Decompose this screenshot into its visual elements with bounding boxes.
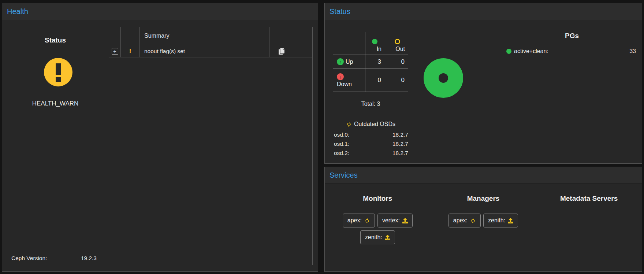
refresh-icon bbox=[470, 218, 476, 223]
summary-header-expand-cell bbox=[109, 27, 121, 45]
status-panel: Status In Out Up 3 0 Down 0 0 Total: 3 O… bbox=[324, 3, 642, 164]
pgs-heading: PGs bbox=[544, 32, 599, 40]
summary-header-severity-cell bbox=[121, 27, 140, 45]
action-cell bbox=[269, 45, 312, 57]
upload-icon bbox=[402, 218, 408, 223]
service-badge-label: vertex: bbox=[382, 217, 400, 224]
service-badge-label: apex: bbox=[453, 217, 468, 224]
osd-status-table: In Out Up 3 0 Down 0 0 bbox=[333, 32, 408, 92]
osd-down-in-value: 0 bbox=[365, 69, 385, 92]
osd-total: Total: 3 bbox=[333, 101, 408, 107]
summary-table-header-row: Summary bbox=[109, 27, 312, 45]
outdated-osds-label: Outdated OSDs bbox=[354, 121, 395, 127]
health-warn-icon bbox=[44, 58, 72, 86]
service-badge-monitor-vertex[interactable]: vertex: bbox=[377, 214, 413, 227]
services-panel-title: Services bbox=[330, 171, 358, 179]
services-panel-header: Services bbox=[325, 167, 642, 184]
health-status-value: HEALTH_WARN bbox=[2, 100, 108, 107]
outdated-osds-list: osd.0: 18.2.7 osd.1: 18.2.7 osd.2: 18.2.… bbox=[334, 132, 408, 156]
expand-cell bbox=[109, 45, 121, 57]
osd-list-item: osd.0: 18.2.7 bbox=[334, 132, 408, 138]
service-badge-monitor-zenith[interactable]: zenith: bbox=[360, 230, 395, 244]
osd-version: 18.2.7 bbox=[392, 150, 408, 156]
pgs-legend-value: 33 bbox=[629, 48, 636, 55]
osd-up-label-cell: Up bbox=[333, 55, 365, 69]
ceph-version-label: Ceph Version: bbox=[11, 255, 47, 262]
health-panel-header: Health bbox=[2, 3, 318, 20]
osd-out-header: Out bbox=[395, 46, 405, 52]
metadata-servers-heading: Metadata Servers bbox=[536, 195, 642, 203]
managers-badges: apex: zenith: bbox=[431, 214, 536, 227]
in-dot-icon bbox=[372, 39, 377, 44]
summary-header-action-cell bbox=[269, 27, 312, 45]
exclamation-dot bbox=[56, 77, 61, 82]
refresh-icon bbox=[346, 121, 352, 127]
expand-icon[interactable] bbox=[112, 48, 118, 55]
managers-heading: Managers bbox=[431, 195, 536, 203]
down-circle-icon bbox=[337, 73, 344, 80]
osd-list-item: osd.2: 18.2.7 bbox=[334, 150, 408, 156]
outdated-osds-heading: Outdated OSDs bbox=[333, 121, 408, 127]
pgs-legend: active+clean: 33 bbox=[506, 48, 636, 55]
osd-name: osd.0: bbox=[334, 132, 349, 138]
health-panel-title: Health bbox=[7, 7, 28, 16]
service-badge-manager-zenith[interactable]: zenith: bbox=[483, 214, 518, 227]
osd-in-header: In bbox=[377, 46, 381, 52]
osd-version: 18.2.7 bbox=[392, 141, 408, 147]
health-panel: Health Status HEALTH_WARN Ceph Version: … bbox=[2, 3, 318, 272]
pgs-donut-chart bbox=[424, 58, 463, 98]
osd-version: 18.2.7 bbox=[392, 132, 408, 138]
osd-list-item: osd.1: 18.2.7 bbox=[334, 141, 408, 147]
refresh-icon bbox=[364, 218, 370, 223]
monitors-column: Monitors apex: vertex: zenith: bbox=[325, 184, 431, 271]
osd-in-header-cell: In bbox=[365, 32, 385, 55]
service-badge-label: apex: bbox=[347, 217, 362, 224]
osd-table-corner-cell bbox=[333, 32, 365, 55]
metadata-servers-column: Metadata Servers bbox=[536, 184, 642, 271]
status-panel-title: Status bbox=[330, 7, 350, 16]
upload-icon bbox=[385, 235, 390, 240]
severity-cell: ! bbox=[121, 45, 140, 57]
osd-down-out-value: 0 bbox=[385, 69, 408, 92]
service-badge-label: zenith: bbox=[488, 217, 505, 224]
pgs-legend-dot-icon bbox=[506, 49, 511, 54]
up-circle-icon bbox=[337, 58, 344, 65]
pgs-legend-label: active+clean: bbox=[514, 48, 548, 55]
osd-out-header-cell: Out bbox=[385, 32, 408, 55]
managers-column: Managers apex: zenith: bbox=[431, 184, 536, 271]
osd-up-in-value: 3 bbox=[365, 55, 385, 69]
osd-name: osd.2: bbox=[334, 150, 349, 156]
ceph-version-value: 19.2.3 bbox=[81, 255, 97, 262]
osd-down-label: Down bbox=[337, 81, 352, 88]
ceph-version-row: Ceph Version: 19.2.3 bbox=[11, 255, 97, 262]
monitors-heading: Monitors bbox=[325, 195, 431, 203]
out-ring-icon bbox=[395, 39, 400, 44]
summary-table-row[interactable]: ! noout flag(s) set bbox=[109, 45, 312, 58]
status-panel-header: Status bbox=[325, 3, 642, 20]
summary-column-header[interactable]: Summary bbox=[140, 27, 269, 45]
exclamation-bar bbox=[56, 63, 61, 75]
monitors-badges: apex: vertex: zenith: bbox=[325, 214, 431, 244]
osd-up-out-value: 0 bbox=[385, 55, 408, 69]
service-badge-label: zenith: bbox=[365, 234, 382, 241]
summary-row-text: noout flag(s) set bbox=[144, 48, 185, 55]
copy-icon[interactable] bbox=[279, 48, 284, 55]
summary-text-cell: noout flag(s) set bbox=[140, 45, 269, 57]
health-summary-table: Summary ! noout flag(s) set bbox=[109, 27, 313, 265]
osd-up-label: Up bbox=[346, 59, 353, 65]
service-badge-manager-apex[interactable]: apex: bbox=[448, 214, 481, 227]
services-columns: Monitors apex: vertex: zenith: bbox=[325, 184, 642, 271]
upload-icon bbox=[508, 218, 513, 223]
services-panel: Services Monitors apex: vertex: bbox=[324, 167, 642, 272]
osd-name: osd.1: bbox=[334, 141, 349, 147]
osd-down-label-cell: Down bbox=[333, 69, 365, 92]
service-badge-monitor-apex[interactable]: apex: bbox=[343, 214, 375, 227]
health-status-heading: Status bbox=[2, 36, 108, 44]
warning-severity-icon: ! bbox=[129, 48, 131, 55]
